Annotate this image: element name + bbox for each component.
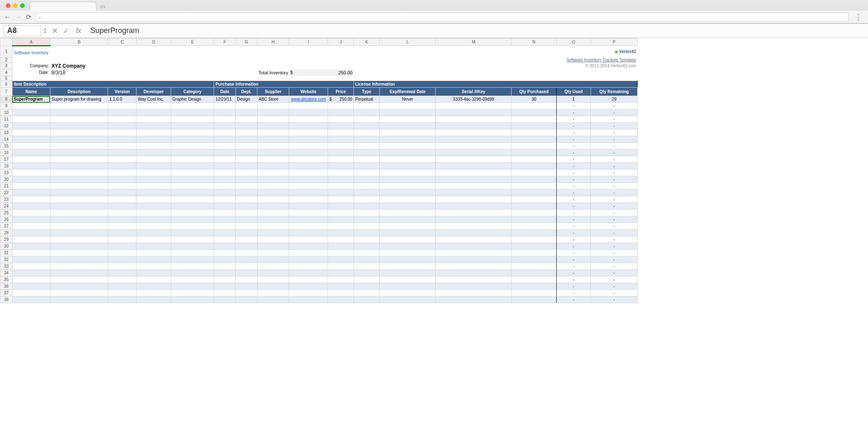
cell[interactable] [136, 156, 171, 163]
cell[interactable] [328, 129, 354, 136]
cell[interactable] [136, 236, 171, 243]
cell[interactable] [171, 216, 214, 223]
row-head[interactable]: 19 [0, 170, 13, 176]
cell[interactable] [328, 243, 354, 250]
cell[interactable] [50, 230, 108, 236]
row-22[interactable]: 22-- [0, 190, 638, 196]
cell[interactable] [108, 203, 136, 210]
col-head-H[interactable]: H [257, 38, 289, 46]
row-15[interactable]: 15-- [0, 143, 638, 150]
cell[interactable] [171, 296, 214, 303]
grid[interactable]: A B C D E F G H I J K L M N O P 1 Softwa… [0, 38, 638, 303]
cell[interactable] [171, 230, 214, 236]
cell[interactable] [354, 143, 380, 150]
cell[interactable] [380, 263, 436, 270]
cell[interactable] [354, 109, 380, 116]
cell[interactable] [328, 176, 354, 183]
row-head[interactable]: 35 [0, 276, 13, 283]
cell[interactable] [354, 103, 380, 109]
row-head[interactable]: 1 [0, 46, 13, 58]
row-head[interactable]: 26 [0, 216, 13, 223]
cell[interactable]: - [556, 163, 591, 170]
cell[interactable] [214, 223, 236, 230]
cell[interactable] [328, 210, 354, 216]
cell[interactable] [50, 103, 108, 109]
cell[interactable] [436, 243, 512, 250]
row-head[interactable]: 22 [0, 190, 13, 196]
cell[interactable]: - [591, 109, 638, 116]
cell[interactable] [257, 216, 289, 223]
row-head[interactable]: 13 [0, 129, 13, 136]
cell[interactable] [236, 223, 257, 230]
cell[interactable] [50, 276, 108, 283]
cell[interactable] [236, 203, 257, 210]
cell[interactable]: - [556, 296, 591, 303]
cell[interactable] [512, 223, 556, 230]
cell[interactable] [12, 250, 50, 256]
cell[interactable] [171, 163, 214, 170]
cell[interactable] [354, 123, 380, 129]
cell[interactable] [512, 143, 556, 150]
row-head[interactable]: 6 [0, 81, 13, 88]
cell[interactable]: - [556, 143, 591, 150]
cell[interactable] [436, 270, 512, 276]
cell[interactable]: - [591, 143, 638, 150]
cell[interactable] [136, 203, 171, 210]
row-head[interactable]: 27 [0, 223, 13, 230]
template-link[interactable]: Software Inventory Tracking Template [380, 58, 638, 63]
cell[interactable] [289, 236, 328, 243]
cell[interactable] [236, 210, 257, 216]
row-head[interactable]: 16 [0, 150, 13, 156]
cell[interactable]: 29 [591, 96, 638, 103]
cell[interactable] [257, 129, 289, 136]
row-head[interactable]: 5 [0, 76, 13, 81]
cell[interactable] [380, 183, 436, 190]
cell[interactable] [12, 263, 50, 270]
cell[interactable] [512, 196, 556, 203]
cell[interactable]: - [591, 116, 638, 123]
cell[interactable] [289, 256, 328, 263]
cell[interactable] [354, 256, 380, 263]
row-10[interactable]: 10-- [0, 109, 638, 116]
cell[interactable] [236, 196, 257, 203]
cell[interactable] [257, 223, 289, 230]
col-head-M[interactable]: M [436, 38, 512, 46]
cell[interactable] [257, 243, 289, 250]
cell[interactable] [257, 196, 289, 203]
cell[interactable] [436, 176, 512, 183]
cell[interactable] [214, 136, 236, 143]
cell[interactable] [214, 196, 236, 203]
col-head-D[interactable]: D [136, 38, 171, 46]
cell[interactable] [354, 290, 380, 296]
cell[interactable] [12, 230, 50, 236]
cell[interactable] [12, 116, 50, 123]
cancel-formula-button[interactable]: ✕ [52, 26, 58, 35]
cell[interactable] [50, 296, 108, 303]
cell[interactable] [214, 283, 236, 290]
cell[interactable] [328, 116, 354, 123]
cell[interactable] [354, 183, 380, 190]
cell[interactable]: Design [236, 96, 257, 103]
cell[interactable] [289, 276, 328, 283]
cell[interactable] [136, 143, 171, 150]
cell[interactable] [354, 216, 380, 223]
cell[interactable] [236, 290, 257, 296]
cell[interactable] [380, 103, 436, 109]
cell[interactable] [108, 236, 136, 243]
cell[interactable] [328, 170, 354, 176]
cell[interactable] [354, 270, 380, 276]
cell[interactable] [12, 176, 50, 183]
cell[interactable] [354, 176, 380, 183]
cell[interactable] [289, 129, 328, 136]
cell[interactable] [436, 250, 512, 256]
cell[interactable]: $250.00 [328, 96, 354, 103]
cell[interactable] [380, 176, 436, 183]
cell[interactable] [214, 243, 236, 250]
cell[interactable] [108, 150, 136, 156]
row-head[interactable]: 7 [0, 88, 13, 96]
cell[interactable] [214, 296, 236, 303]
cell[interactable] [136, 190, 171, 196]
cell[interactable] [512, 150, 556, 156]
cell[interactable] [354, 116, 380, 123]
cell[interactable] [214, 236, 236, 243]
